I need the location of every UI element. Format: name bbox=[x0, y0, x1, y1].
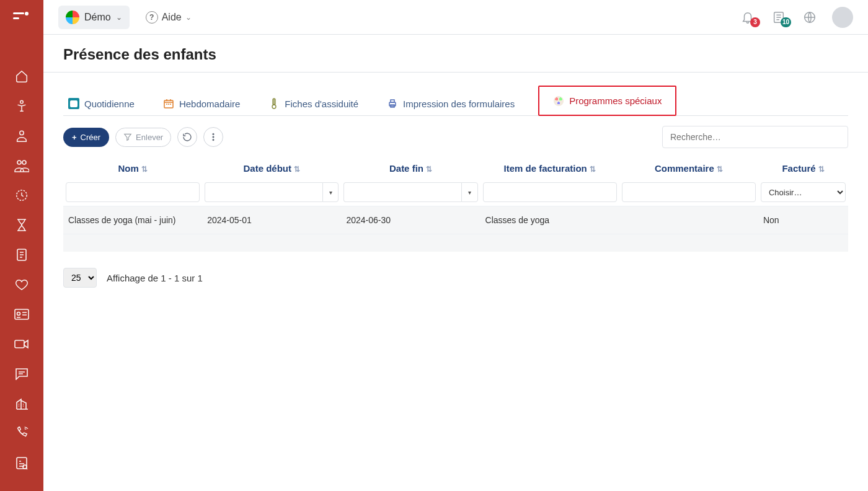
refresh-button[interactable] bbox=[177, 127, 197, 147]
user-avatar[interactable] bbox=[832, 7, 853, 28]
chevron-down-icon: ⌄ bbox=[185, 13, 192, 22]
filter-start-date-input[interactable] bbox=[205, 182, 322, 202]
filter-comment-input[interactable] bbox=[622, 182, 756, 202]
search-input[interactable] bbox=[662, 126, 848, 148]
daily-icon bbox=[68, 98, 79, 109]
filter-start-date-picker[interactable]: ▾ bbox=[322, 182, 339, 202]
thermometer-icon bbox=[268, 98, 280, 109]
sort-icon: ⇅ bbox=[294, 165, 300, 174]
tab-special-label: Programmes spéciaux bbox=[569, 95, 662, 106]
col-billing-item[interactable]: Item de facturation bbox=[504, 163, 587, 174]
pagination-summary: Affichage de 1 - 1 sur 1 bbox=[107, 273, 203, 283]
create-button[interactable]: + Créer bbox=[63, 128, 109, 147]
sort-icon: ⇅ bbox=[141, 165, 148, 174]
nav-group-icon[interactable] bbox=[9, 156, 34, 175]
svg-point-24 bbox=[213, 139, 214, 140]
help-icon: ? bbox=[146, 11, 158, 24]
create-label: Créer bbox=[81, 133, 101, 142]
table-footer: 25 Affichage de 1 - 1 sur 1 bbox=[63, 268, 848, 288]
tabs: Quotidienne Hebdomadaire Fiches d'assidu… bbox=[63, 81, 848, 116]
invoices-button[interactable]: 10 bbox=[770, 9, 787, 26]
invoices-badge: 10 bbox=[781, 17, 791, 27]
notifications-badge: 3 bbox=[750, 17, 760, 27]
table-row[interactable]: Classes de yoga (mai - juin) 2024-05-01 … bbox=[63, 206, 848, 234]
plus-icon: + bbox=[72, 133, 77, 142]
tab-attendance-label: Fiches d'assiduité bbox=[285, 99, 358, 109]
cell-comment bbox=[619, 206, 758, 234]
filter-end-date-input[interactable] bbox=[343, 182, 461, 202]
remove-button[interactable]: Enlever bbox=[115, 128, 171, 147]
svg-rect-20 bbox=[391, 100, 394, 102]
svg-point-3 bbox=[20, 100, 24, 104]
col-billed[interactable]: Facturé bbox=[782, 163, 815, 174]
sort-icon: ⇅ bbox=[590, 165, 596, 174]
notifications-button[interactable]: 3 bbox=[739, 9, 756, 26]
calendar-week-icon bbox=[163, 98, 174, 109]
cell-billing-item: Classes de yoga bbox=[480, 206, 619, 234]
table-header-row: Nom⇅ Date début⇅ Date fin⇅ Item de factu… bbox=[63, 158, 848, 179]
nav-heart-icon[interactable] bbox=[9, 275, 34, 294]
cell-billed: Non bbox=[758, 206, 848, 234]
tab-daily[interactable]: Quotidienne bbox=[63, 92, 140, 115]
nav-child-icon[interactable] bbox=[9, 97, 34, 115]
funnel-icon bbox=[123, 133, 132, 141]
sort-icon: ⇅ bbox=[818, 165, 825, 174]
tab-weekly[interactable]: Hebdomadaire bbox=[158, 92, 245, 115]
printer-icon bbox=[387, 98, 398, 109]
col-end-date[interactable]: Date fin bbox=[389, 163, 423, 174]
svg-rect-1 bbox=[13, 17, 19, 19]
help-label: Aide bbox=[162, 12, 182, 23]
help-menu[interactable]: ? Aide ⌄ bbox=[140, 6, 198, 29]
page-size-select[interactable]: 25 bbox=[63, 268, 97, 288]
svg-point-2 bbox=[25, 12, 29, 15]
cell-name: Classes de yoga (mai - juin) bbox=[63, 206, 202, 234]
remove-label: Enlever bbox=[136, 133, 163, 142]
app-logo-icon bbox=[11, 7, 33, 26]
tab-print-label: Impression des formulaires bbox=[403, 99, 515, 109]
filter-billing-item-input[interactable] bbox=[483, 182, 617, 202]
filter-name-input[interactable] bbox=[66, 182, 200, 202]
more-button[interactable] bbox=[203, 127, 223, 147]
topbar: Démo ⌄ ? Aide ⌄ 3 10 bbox=[43, 0, 868, 35]
more-vertical-icon bbox=[208, 132, 218, 142]
nav-person-icon[interactable] bbox=[9, 126, 34, 145]
table-filter-row: ▾ ▾ Choisir… bbox=[63, 179, 848, 206]
main-sidebar bbox=[0, 0, 43, 312]
cell-start-date: 2024-05-01 bbox=[202, 206, 341, 234]
nav-card-icon[interactable] bbox=[9, 305, 34, 312]
org-logo-icon bbox=[66, 11, 79, 24]
nav-home-icon[interactable] bbox=[9, 67, 34, 86]
tab-print-forms[interactable]: Impression des formulaires bbox=[382, 92, 520, 115]
table-row-padding bbox=[63, 234, 848, 252]
svg-point-22 bbox=[213, 133, 214, 135]
col-start-date[interactable]: Date début bbox=[244, 163, 292, 174]
page-title: Présence des enfants bbox=[63, 46, 848, 63]
org-name: Démo bbox=[84, 12, 111, 23]
globe-button[interactable] bbox=[801, 9, 818, 26]
tab-daily-label: Quotidienne bbox=[84, 99, 135, 109]
svg-point-23 bbox=[213, 136, 214, 138]
nav-clock-icon[interactable] bbox=[9, 186, 34, 205]
col-name[interactable]: Nom bbox=[118, 163, 138, 174]
sort-icon: ⇅ bbox=[426, 165, 432, 174]
org-switcher[interactable]: Démo ⌄ bbox=[58, 6, 130, 29]
col-comment[interactable]: Commentaire bbox=[655, 163, 714, 174]
svg-point-5 bbox=[17, 161, 21, 164]
filter-billed-select[interactable]: Choisir… bbox=[761, 182, 846, 202]
page-title-row: Présence des enfants bbox=[43, 35, 868, 73]
tab-attendance-sheets[interactable]: Fiches d'assiduité bbox=[264, 92, 363, 115]
tab-weekly-label: Hebdomadaire bbox=[179, 99, 240, 109]
nav-form-icon[interactable] bbox=[9, 246, 34, 264]
cell-end-date: 2024-06-30 bbox=[341, 206, 480, 234]
svg-rect-0 bbox=[13, 12, 24, 14]
table-toolbar: + Créer Enlever bbox=[63, 116, 848, 158]
chevron-down-icon: ⌄ bbox=[116, 13, 122, 22]
sort-icon: ⇅ bbox=[717, 165, 723, 174]
nav-hourglass-icon[interactable] bbox=[9, 216, 34, 234]
tab-special-programs[interactable]: Programmes spéciaux bbox=[538, 86, 676, 116]
svg-point-10 bbox=[17, 312, 20, 313]
filter-end-date-picker[interactable]: ▾ bbox=[461, 182, 477, 202]
svg-point-6 bbox=[22, 161, 26, 164]
refresh-icon bbox=[182, 132, 192, 142]
svg-point-4 bbox=[20, 131, 24, 135]
